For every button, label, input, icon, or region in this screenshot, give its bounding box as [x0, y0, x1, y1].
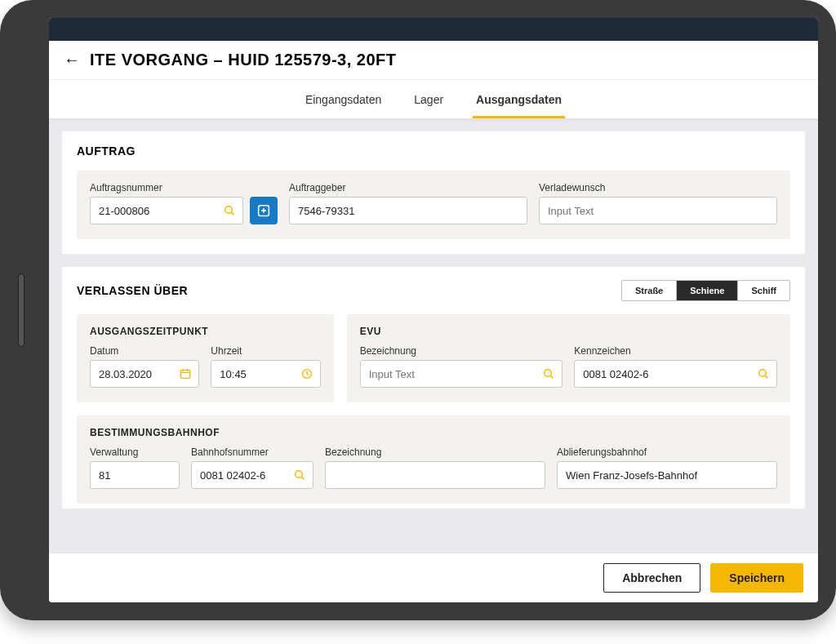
card-auftrag: Auftrag Auftragsnummer [62, 131, 805, 254]
panel-title-bahnhof: BESTIMMUNGSBAHNHOF [90, 427, 777, 438]
tab-eingangsdaten[interactable]: Eingangsdaten [302, 88, 385, 118]
search-icon[interactable] [756, 366, 771, 381]
panel-title-evu: EVU [360, 326, 777, 337]
tab-lager[interactable]: Lager [411, 88, 447, 118]
input-evu-bezeichnung[interactable] [360, 360, 563, 388]
cancel-button[interactable]: Abbrechen [603, 563, 700, 593]
search-icon[interactable] [292, 468, 307, 482]
svg-line-13 [550, 375, 553, 378]
label-ablieferungsbahnhof: Ablieferungsbahnhof [557, 446, 777, 458]
label-auftraggeber: Auftraggeber [289, 182, 527, 193]
label-datum: Datum [90, 345, 199, 357]
panel-ausgangszeitpunkt: AUSGANGSZEITPUNKT Datum [77, 314, 334, 402]
tab-ausgangsdaten[interactable]: Ausgangsdaten [473, 88, 565, 118]
segment-schiff[interactable]: Schiff [737, 281, 789, 300]
svg-line-17 [301, 477, 304, 479]
input-verladewunsch[interactable] [539, 197, 777, 224]
tablet-frame: ← ITE Vorgang – HUID 125579-3, 20ft Eing… [0, 0, 836, 620]
input-auftraggeber[interactable] [289, 197, 527, 224]
svg-line-1 [231, 212, 233, 215]
label-uhrzeit: Uhrzeit [211, 345, 320, 357]
back-arrow-icon[interactable]: ← [64, 51, 80, 69]
label-verladewunsch: Verladewunsch [539, 182, 777, 193]
label-bahnhof-bezeichnung: Bezeichnung [325, 446, 545, 458]
title-bar: ← ITE Vorgang – HUID 125579-3, 20ft [49, 41, 818, 79]
input-evu-kennzeichen[interactable] [574, 360, 777, 388]
label-bahnhofsnummer: Bahnhofsnummer [191, 446, 314, 458]
svg-point-12 [545, 370, 552, 377]
label-verwaltung: Verwaltung [90, 446, 180, 458]
svg-point-14 [759, 370, 767, 377]
input-verwaltung[interactable] [90, 461, 180, 489]
segment-schiene[interactable]: Schiene [676, 281, 737, 300]
footer-actions: Abbrechen Speichern [49, 553, 818, 602]
svg-line-11 [307, 374, 309, 375]
calendar-icon[interactable] [178, 366, 193, 381]
add-auftrag-button[interactable] [250, 197, 278, 224]
clock-icon[interactable] [300, 366, 314, 381]
card-title-auftrag: Auftrag [77, 144, 136, 158]
panel-auftrag-fields: Auftragsnummer [77, 171, 790, 239]
svg-point-0 [225, 207, 233, 214]
segment-transport-mode: Straße Schiene Schiff [621, 280, 790, 301]
save-button[interactable]: Speichern [710, 563, 803, 593]
label-evu-bezeichnung: Bezeichnung [360, 345, 563, 357]
card-title-verlassen: Verlassen über [77, 284, 188, 297]
app-screen: ← ITE Vorgang – HUID 125579-3, 20ft Eing… [49, 18, 818, 602]
search-icon[interactable] [222, 203, 237, 218]
panel-title-ausgang: AUSGANGSZEITPUNKT [90, 326, 321, 337]
input-ablieferungsbahnhof[interactable] [557, 461, 777, 489]
status-bar [49, 18, 818, 41]
panel-bestimmungsbahnhof: BESTIMMUNGSBAHNHOF Verwaltung Bahnhofsnu… [77, 415, 790, 504]
label-auftragsnummer: Auftragsnummer [90, 182, 278, 193]
input-bahnhof-bezeichnung[interactable] [325, 461, 545, 489]
input-auftragsnummer[interactable] [90, 197, 243, 224]
panel-evu: EVU Bezeichnung [347, 314, 790, 402]
segment-strasse[interactable]: Straße [622, 281, 676, 300]
svg-rect-5 [181, 370, 190, 378]
card-verlassen: Verlassen über Straße Schiene Schiff AUS… [62, 267, 805, 509]
label-evu-kennzeichen: Kennzeichen [574, 345, 777, 357]
page-title: ITE Vorgang – HUID 125579-3, 20ft [90, 51, 397, 69]
svg-line-15 [765, 375, 767, 378]
tablet-home-button[interactable] [18, 273, 24, 347]
svg-point-16 [296, 471, 303, 478]
tab-bar: Eingangsdaten Lager Ausgangsdaten [49, 79, 818, 118]
search-icon[interactable] [541, 366, 556, 381]
content-area: Auftrag Auftragsnummer [49, 118, 818, 553]
